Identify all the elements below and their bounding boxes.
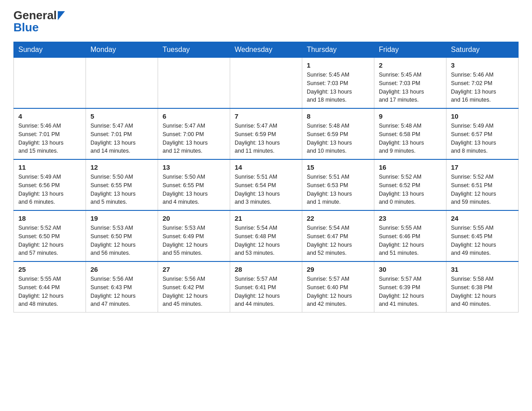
calendar-cell: 31Sunrise: 5:58 AM Sunset: 6:38 PM Dayli… <box>446 261 519 313</box>
day-info: Sunrise: 5:48 AM Sunset: 6:58 PM Dayligh… <box>379 122 442 155</box>
day-info: Sunrise: 5:47 AM Sunset: 7:00 PM Dayligh… <box>163 122 225 155</box>
day-number: 13 <box>163 163 225 171</box>
day-number: 26 <box>90 265 153 273</box>
day-number: 3 <box>451 61 514 69</box>
day-info: Sunrise: 5:57 AM Sunset: 6:39 PM Dayligh… <box>379 275 442 308</box>
day-number: 25 <box>18 265 81 273</box>
calendar-cell: 28Sunrise: 5:57 AM Sunset: 6:41 PM Dayli… <box>230 261 302 313</box>
calendar-cell: 9Sunrise: 5:48 AM Sunset: 6:58 PM Daylig… <box>374 108 446 159</box>
day-info: Sunrise: 5:50 AM Sunset: 6:55 PM Dayligh… <box>163 173 225 206</box>
calendar-week-row: 1Sunrise: 5:45 AM Sunset: 7:03 PM Daylig… <box>14 58 519 109</box>
logo-triangle-icon <box>58 11 65 20</box>
day-number: 16 <box>379 163 442 171</box>
day-number: 20 <box>163 214 225 222</box>
day-info: Sunrise: 5:47 AM Sunset: 7:01 PM Dayligh… <box>90 122 153 155</box>
day-info: Sunrise: 5:55 AM Sunset: 6:45 PM Dayligh… <box>451 224 514 257</box>
day-number: 12 <box>90 163 153 171</box>
calendar-cell <box>86 58 158 109</box>
calendar-cell: 7Sunrise: 5:47 AM Sunset: 6:59 PM Daylig… <box>230 108 302 159</box>
day-info: Sunrise: 5:53 AM Sunset: 6:50 PM Dayligh… <box>90 224 153 257</box>
calendar-cell: 16Sunrise: 5:52 AM Sunset: 6:52 PM Dayli… <box>374 159 446 210</box>
day-info: Sunrise: 5:49 AM Sunset: 6:57 PM Dayligh… <box>451 122 514 155</box>
calendar-header-saturday: Saturday <box>446 42 519 58</box>
day-number: 7 <box>235 112 297 120</box>
calendar-cell: 5Sunrise: 5:47 AM Sunset: 7:01 PM Daylig… <box>86 108 158 159</box>
day-info: Sunrise: 5:49 AM Sunset: 6:56 PM Dayligh… <box>18 173 81 206</box>
day-info: Sunrise: 5:52 AM Sunset: 6:50 PM Dayligh… <box>18 224 81 257</box>
day-number: 31 <box>451 265 514 273</box>
day-number: 28 <box>235 265 297 273</box>
day-number: 27 <box>163 265 225 273</box>
calendar-week-row: 4Sunrise: 5:46 AM Sunset: 7:01 PM Daylig… <box>14 108 519 159</box>
day-info: Sunrise: 5:45 AM Sunset: 7:03 PM Dayligh… <box>307 71 369 104</box>
day-number: 29 <box>307 265 369 273</box>
day-info: Sunrise: 5:46 AM Sunset: 7:02 PM Dayligh… <box>451 71 514 104</box>
day-info: Sunrise: 5:53 AM Sunset: 6:49 PM Dayligh… <box>163 224 225 257</box>
day-info: Sunrise: 5:51 AM Sunset: 6:54 PM Dayligh… <box>235 173 297 206</box>
day-number: 9 <box>379 112 442 120</box>
calendar-cell: 23Sunrise: 5:55 AM Sunset: 6:46 PM Dayli… <box>374 210 446 261</box>
calendar-cell: 26Sunrise: 5:56 AM Sunset: 6:43 PM Dayli… <box>86 261 158 313</box>
calendar-cell: 4Sunrise: 5:46 AM Sunset: 7:01 PM Daylig… <box>14 108 86 159</box>
day-number: 22 <box>307 214 369 222</box>
calendar-cell: 19Sunrise: 5:53 AM Sunset: 6:50 PM Dayli… <box>86 210 158 261</box>
calendar-header-friday: Friday <box>374 42 446 58</box>
day-info: Sunrise: 5:57 AM Sunset: 6:40 PM Dayligh… <box>307 275 369 308</box>
day-info: Sunrise: 5:50 AM Sunset: 6:55 PM Dayligh… <box>90 173 153 206</box>
calendar-cell: 15Sunrise: 5:51 AM Sunset: 6:53 PM Dayli… <box>302 159 374 210</box>
calendar-table: SundayMondayTuesdayWednesdayThursdayFrid… <box>13 42 519 313</box>
calendar-header-sunday: Sunday <box>14 42 86 58</box>
calendar-cell: 24Sunrise: 5:55 AM Sunset: 6:45 PM Dayli… <box>446 210 519 261</box>
day-number: 2 <box>379 61 442 69</box>
day-info: Sunrise: 5:52 AM Sunset: 6:51 PM Dayligh… <box>451 173 514 206</box>
calendar-cell: 1Sunrise: 5:45 AM Sunset: 7:03 PM Daylig… <box>302 58 374 109</box>
day-info: Sunrise: 5:54 AM Sunset: 6:47 PM Dayligh… <box>307 224 369 257</box>
calendar-cell <box>230 58 302 109</box>
calendar-cell: 2Sunrise: 5:45 AM Sunset: 7:03 PM Daylig… <box>374 58 446 109</box>
calendar-header-tuesday: Tuesday <box>158 42 230 58</box>
calendar-week-row: 11Sunrise: 5:49 AM Sunset: 6:56 PM Dayli… <box>14 159 519 210</box>
day-number: 30 <box>379 265 442 273</box>
day-info: Sunrise: 5:55 AM Sunset: 6:44 PM Dayligh… <box>18 275 81 308</box>
day-number: 19 <box>90 214 153 222</box>
day-number: 18 <box>18 214 81 222</box>
day-number: 10 <box>451 112 514 120</box>
calendar-cell: 12Sunrise: 5:50 AM Sunset: 6:55 PM Dayli… <box>86 159 158 210</box>
day-info: Sunrise: 5:56 AM Sunset: 6:43 PM Dayligh… <box>90 275 153 308</box>
calendar-cell: 29Sunrise: 5:57 AM Sunset: 6:40 PM Dayli… <box>302 261 374 313</box>
day-number: 14 <box>235 163 297 171</box>
day-info: Sunrise: 5:58 AM Sunset: 6:38 PM Dayligh… <box>451 275 514 308</box>
calendar-cell: 14Sunrise: 5:51 AM Sunset: 6:54 PM Dayli… <box>230 159 302 210</box>
logo: General Blue <box>13 9 65 34</box>
calendar-cell: 27Sunrise: 5:56 AM Sunset: 6:42 PM Dayli… <box>158 261 230 313</box>
calendar-cell: 10Sunrise: 5:49 AM Sunset: 6:57 PM Dayli… <box>446 108 519 159</box>
calendar-cell: 21Sunrise: 5:54 AM Sunset: 6:48 PM Dayli… <box>230 210 302 261</box>
day-number: 24 <box>451 214 514 222</box>
svg-marker-0 <box>58 11 65 20</box>
calendar-cell: 11Sunrise: 5:49 AM Sunset: 6:56 PM Dayli… <box>14 159 86 210</box>
day-number: 5 <box>90 112 153 120</box>
day-info: Sunrise: 5:54 AM Sunset: 6:48 PM Dayligh… <box>235 224 297 257</box>
day-info: Sunrise: 5:46 AM Sunset: 7:01 PM Dayligh… <box>18 122 81 155</box>
page-header: General Blue <box>13 9 519 34</box>
day-number: 21 <box>235 214 297 222</box>
day-number: 6 <box>163 112 225 120</box>
calendar-header-thursday: Thursday <box>302 42 374 58</box>
day-number: 4 <box>18 112 81 120</box>
calendar-header-wednesday: Wednesday <box>230 42 302 58</box>
day-number: 17 <box>451 163 514 171</box>
day-number: 15 <box>307 163 369 171</box>
calendar-cell <box>14 58 86 109</box>
day-info: Sunrise: 5:48 AM Sunset: 6:59 PM Dayligh… <box>307 122 369 155</box>
calendar-cell <box>158 58 230 109</box>
calendar-cell: 17Sunrise: 5:52 AM Sunset: 6:51 PM Dayli… <box>446 159 519 210</box>
day-info: Sunrise: 5:45 AM Sunset: 7:03 PM Dayligh… <box>379 71 442 104</box>
day-info: Sunrise: 5:47 AM Sunset: 6:59 PM Dayligh… <box>235 122 297 155</box>
calendar-cell: 6Sunrise: 5:47 AM Sunset: 7:00 PM Daylig… <box>158 108 230 159</box>
calendar-cell: 8Sunrise: 5:48 AM Sunset: 6:59 PM Daylig… <box>302 108 374 159</box>
calendar-cell: 25Sunrise: 5:55 AM Sunset: 6:44 PM Dayli… <box>14 261 86 313</box>
calendar-week-row: 18Sunrise: 5:52 AM Sunset: 6:50 PM Dayli… <box>14 210 519 261</box>
calendar-week-row: 25Sunrise: 5:55 AM Sunset: 6:44 PM Dayli… <box>14 261 519 313</box>
calendar-header-monday: Monday <box>86 42 158 58</box>
day-info: Sunrise: 5:57 AM Sunset: 6:41 PM Dayligh… <box>235 275 297 308</box>
